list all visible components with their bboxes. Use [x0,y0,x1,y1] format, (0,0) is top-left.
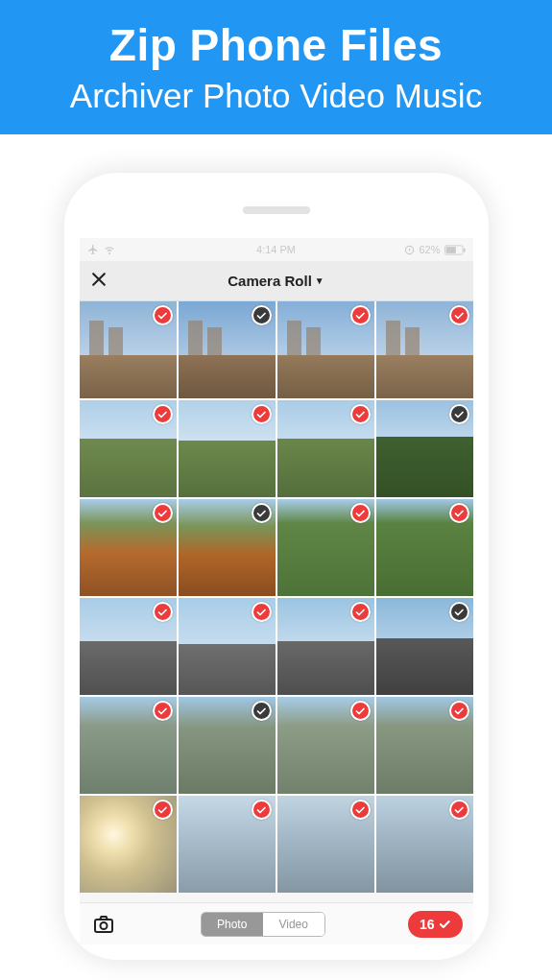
photo-cell[interactable] [179,499,276,596]
nav-bar: Camera Roll ▼ [80,261,473,301]
photo-grid [80,301,473,893]
selected-check-icon[interactable] [350,305,371,325]
selected-check-icon[interactable] [252,800,272,820]
selected-check-icon[interactable] [252,602,272,622]
close-button[interactable] [89,270,108,293]
selected-check-icon[interactable] [252,404,272,424]
unselected-check-icon[interactable] [449,404,469,424]
photo-cell[interactable] [80,598,177,695]
photo-cell[interactable] [376,796,473,893]
status-battery-percent: 62% [419,244,440,255]
media-type-segmented: Photo Video [201,912,325,937]
unselected-check-icon[interactable] [252,701,272,721]
phone-frame-wrap: 4:14 PM 62% Camera Roll ▼ [0,134,552,960]
photo-cell[interactable] [80,697,177,794]
photo-cell[interactable] [376,598,473,695]
unselected-check-icon[interactable] [449,602,469,622]
banner-subtitle: Archiver Photo Video Music [10,77,542,115]
selected-check-icon[interactable] [350,701,371,721]
photo-cell[interactable] [179,796,276,893]
album-selector[interactable]: Camera Roll ▼ [228,273,324,289]
svg-rect-4 [95,920,112,932]
selected-check-icon[interactable] [153,404,173,424]
camera-button[interactable] [89,910,118,939]
selected-check-icon[interactable] [449,503,469,523]
segment-video[interactable]: Video [263,913,324,936]
selected-check-icon[interactable] [350,503,371,523]
bottom-toolbar: Photo Video 16 [80,902,473,944]
status-time: 4:14 PM [256,244,296,255]
selected-check-icon[interactable] [153,503,173,523]
photo-cell[interactable] [277,598,374,695]
selected-check-icon[interactable] [350,800,371,820]
photo-cell[interactable] [277,697,374,794]
photo-cell[interactable] [277,499,374,596]
selected-check-icon[interactable] [153,701,173,721]
selected-check-icon[interactable] [153,305,173,325]
selected-check-icon[interactable] [350,602,371,622]
airplane-mode-icon [87,244,99,255]
album-title: Camera Roll [228,273,312,289]
photo-cell[interactable] [277,301,374,398]
orientation-lock-icon [404,245,415,255]
selected-check-icon[interactable] [350,404,371,424]
unselected-check-icon[interactable] [252,503,272,523]
photo-cell[interactable] [179,400,276,497]
selected-check-icon[interactable] [153,800,173,820]
svg-rect-2 [445,247,455,253]
photo-cell[interactable] [277,796,374,893]
photo-cell[interactable] [179,598,276,695]
photo-cell[interactable] [80,301,177,398]
promo-banner: Zip Phone Files Archiver Photo Video Mus… [0,0,552,134]
unselected-check-icon[interactable] [252,305,272,325]
banner-title: Zip Phone Files [10,19,542,71]
photo-cell[interactable] [376,301,473,398]
selection-count: 16 [420,917,435,932]
phone-screen: 4:14 PM 62% Camera Roll ▼ [80,238,473,944]
photo-cell[interactable] [376,400,473,497]
svg-point-5 [100,922,107,929]
photo-cell[interactable] [376,499,473,596]
selected-check-icon[interactable] [449,305,469,325]
battery-icon [444,245,466,255]
status-bar: 4:14 PM 62% [80,238,473,261]
selected-check-icon[interactable] [449,800,469,820]
photo-cell[interactable] [179,697,276,794]
chevron-down-icon: ▼ [315,275,324,286]
svg-rect-3 [463,248,465,251]
photo-cell[interactable] [80,499,177,596]
photo-cell[interactable] [80,796,177,893]
selection-count-button[interactable]: 16 [408,911,464,938]
photo-cell[interactable] [277,400,374,497]
photo-cell[interactable] [80,400,177,497]
photo-cell[interactable] [179,301,276,398]
selected-check-icon[interactable] [153,602,173,622]
phone-speaker [243,206,310,214]
selected-check-icon[interactable] [449,701,469,721]
wifi-icon [103,244,116,255]
photo-cell[interactable] [376,697,473,794]
segment-photo[interactable]: Photo [202,913,263,936]
phone-frame: 4:14 PM 62% Camera Roll ▼ [64,173,489,960]
